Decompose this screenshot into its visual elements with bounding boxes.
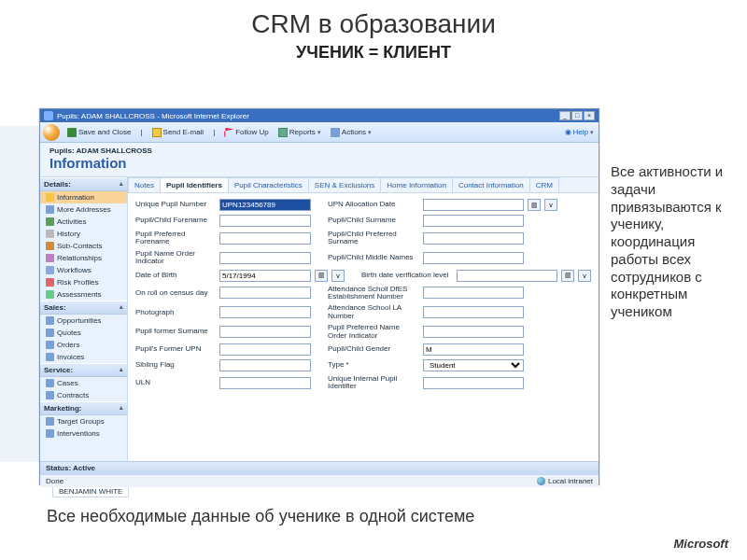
nav-item-icon <box>46 230 54 238</box>
follow-up-button[interactable]: Follow Up <box>222 128 271 137</box>
tab-pupil-identifiers[interactable]: Pupil Identifiers <box>160 177 229 192</box>
nav-section-service[interactable]: Service:▴ <box>40 363 127 377</box>
nav-item-icon <box>46 205 54 214</box>
field-label: Photograph <box>135 309 216 316</box>
pupil-form: Unique Pupil NumberUPN Allocation Date▥v… <box>128 193 599 461</box>
flag-icon <box>224 128 233 137</box>
nav-item-icon <box>46 254 54 262</box>
nav-item-contracts[interactable]: Contracts <box>40 389 127 401</box>
save-icon <box>67 128 77 137</box>
side-paragraph: Все активности и задачи привязываются к … <box>611 163 741 321</box>
ie-status-bar: Done Local intranet <box>40 474 599 487</box>
input-pupil-child-forename[interactable] <box>219 215 311 227</box>
input-type-[interactable]: Student <box>423 359 524 371</box>
input-date-of-birth[interactable] <box>219 270 311 282</box>
input-on-roll-on-census-day[interactable] <box>219 287 311 299</box>
tab-pupil-characteristics[interactable]: Pupil Characteristics <box>228 177 309 192</box>
input-attendance-school-la-number[interactable] <box>423 306 524 318</box>
input-pupil-preferred-forename[interactable] <box>219 232 311 245</box>
window-titlebar[interactable]: Pupils: ADAM SHALLCROSS - Microsoft Inte… <box>40 109 599 122</box>
nav-item-cases[interactable]: Cases <box>40 377 127 389</box>
nav-item-icon <box>46 316 54 325</box>
input-pupil-child-preferred-surname[interactable] <box>423 232 524 245</box>
input-pupil-child-surname[interactable] <box>423 215 524 227</box>
send-email-button[interactable]: Send E-mail <box>150 128 206 137</box>
left-nav: Details:▴ InformationMore AddressesActiv… <box>40 177 128 461</box>
background-app-fragment <box>0 126 42 462</box>
ie-zone: Local intranet <box>548 477 593 485</box>
app-orb-icon[interactable] <box>43 124 60 141</box>
maximize-button[interactable]: □ <box>571 111 583 120</box>
calendar-icon[interactable]: ▥ <box>561 270 574 282</box>
nav-item-opportunities[interactable]: Opportunities <box>40 315 127 327</box>
dropdown-icon[interactable]: v <box>331 270 345 282</box>
nav-section-sales[interactable]: Sales:▴ <box>40 301 127 315</box>
action-icon <box>331 128 340 137</box>
nav-item-workflows[interactable]: Workflows <box>40 264 127 276</box>
nav-item-icon <box>46 278 54 287</box>
nav-item-icon <box>46 217 54 226</box>
tab-sen-exclusions[interactable]: SEN & Exclusions <box>308 177 381 192</box>
nav-item-activities[interactable]: Activities <box>40 216 127 228</box>
dropdown-icon[interactable]: v <box>544 199 557 211</box>
nav-section-details[interactable]: Details:▴ <box>40 177 127 191</box>
tab-contact-information[interactable]: Contact Information <box>452 177 530 192</box>
input-birth-date-verification-level[interactable] <box>457 270 557 282</box>
input-pupil-s-former-upn[interactable] <box>219 343 311 356</box>
help-button[interactable]: ◉ Help ▾ <box>563 128 596 136</box>
report-icon <box>278 128 288 137</box>
form-tabs: NotesPupil IdentifiersPupil Characterist… <box>128 177 599 193</box>
input-upn-allocation-date[interactable] <box>423 199 524 211</box>
tab-notes[interactable]: Notes <box>128 177 161 192</box>
actions-button[interactable]: Actions▾ <box>329 128 374 137</box>
nav-item-relationships[interactable]: Relationships <box>40 252 127 264</box>
field-label: Pupil/Child Middle Names <box>328 254 419 261</box>
calendar-icon[interactable]: ▥ <box>528 199 541 211</box>
nav-item-orders[interactable]: Orders <box>40 339 127 351</box>
nav-item-history[interactable]: History <box>40 228 127 240</box>
nav-item-target-groups[interactable]: Target Groups <box>40 415 127 427</box>
input-pupil-child-middle-names[interactable] <box>423 252 524 264</box>
reports-button[interactable]: Reports▾ <box>276 128 323 137</box>
input-pupil-preferred-name-order-indicator[interactable] <box>423 326 524 338</box>
nav-section-marketing[interactable]: Marketing:▴ <box>40 401 127 415</box>
nav-item-risk-profiles[interactable]: Risk Profiles <box>40 276 127 288</box>
field-label: Type * <box>328 361 419 369</box>
nav-item-information[interactable]: Information <box>40 191 127 203</box>
input-pupil-child-gender[interactable] <box>423 343 524 356</box>
close-button[interactable]: × <box>584 111 595 120</box>
calendar-icon[interactable]: ▥ <box>315 270 328 282</box>
field-label: On roll on census day <box>135 289 216 297</box>
field-label: Birth date verification level <box>361 272 453 279</box>
save-and-close-button[interactable]: Save and Close <box>65 128 133 137</box>
record-title: Information <box>49 155 589 171</box>
nav-item-quotes[interactable]: Quotes <box>40 327 127 339</box>
nav-item-more-addresses[interactable]: More Addresses <box>40 203 127 216</box>
toolbar-separator: | <box>211 128 217 136</box>
tab-crm[interactable]: CRM <box>529 177 559 192</box>
input-sibling-flag[interactable] <box>219 359 311 371</box>
dropdown-icon[interactable]: v <box>578 270 591 282</box>
nav-item-icon <box>46 417 54 426</box>
nav-item-sub-contacts[interactable]: Sub-Contacts <box>40 240 127 252</box>
input-pupil-name-order-indicator[interactable] <box>219 252 311 264</box>
input-unique-pupil-number[interactable] <box>219 199 311 211</box>
mail-icon <box>152 128 162 137</box>
nav-item-invoices[interactable]: Invoices <box>40 351 127 363</box>
nav-item-assessments[interactable]: Assessments <box>40 288 127 301</box>
minimize-button[interactable]: _ <box>559 111 571 120</box>
input-attendance-scholl-dfes-establishment-number[interactable] <box>423 287 524 299</box>
slide-title: CRM в образовании <box>0 0 747 39</box>
input-uln[interactable] <box>219 377 311 389</box>
record-header: Pupils: ADAM SHALLCROSS Information <box>40 143 599 177</box>
ie-status-done: Done <box>46 477 63 485</box>
tab-home-information[interactable]: Home Information <box>380 177 453 192</box>
input-pupil-former-surname[interactable] <box>219 326 311 338</box>
nav-item-icon <box>46 379 54 387</box>
nav-item-icon <box>46 266 54 274</box>
field-label: Pupil's Former UPN <box>135 345 216 353</box>
field-label: Attendance School LA Number <box>328 304 419 320</box>
input-unique-internal-pupil-identifier[interactable] <box>423 377 524 389</box>
input-photograph[interactable] <box>219 306 311 318</box>
nav-item-interventions[interactable]: Interventions <box>40 427 127 440</box>
